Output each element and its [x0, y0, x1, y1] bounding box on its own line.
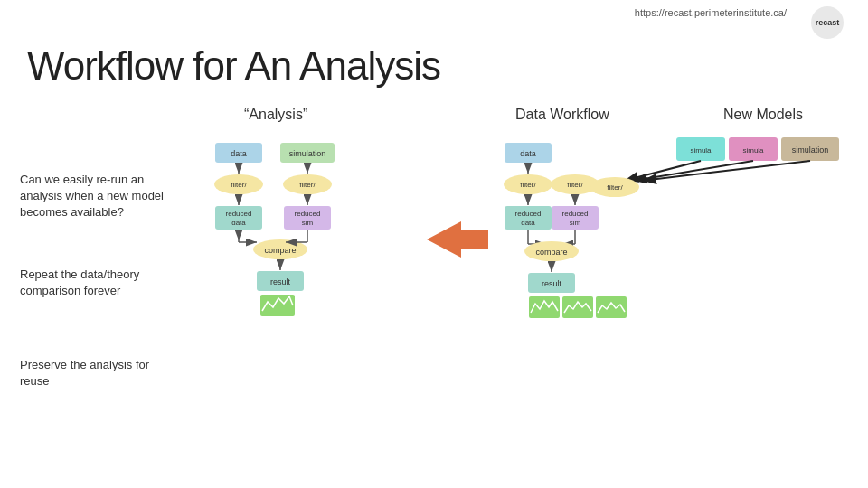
svg-text:sim: sim — [570, 219, 581, 227]
svg-point-52 — [524, 241, 579, 261]
svg-rect-55 — [528, 273, 575, 293]
svg-point-13 — [253, 239, 307, 259]
svg-text:simula: simula — [742, 146, 764, 155]
svg-point-6 — [214, 174, 263, 194]
svg-text:simulation: simulation — [792, 145, 829, 155]
svg-rect-58 — [562, 296, 593, 318]
svg-line-66 — [624, 161, 701, 181]
url-text: https://recast.perimeterinstitute.ca/ — [635, 7, 787, 18]
svg-point-69 — [590, 177, 639, 197]
svg-text:compare: compare — [535, 248, 567, 257]
bullet-2: Repeat the data/theory comparison foreve… — [20, 267, 174, 299]
svg-text:filter/: filter/ — [520, 181, 536, 189]
logo-area: recast — [792, 4, 863, 42]
svg-rect-64 — [781, 137, 839, 161]
svg-rect-25 — [284, 206, 331, 230]
svg-rect-16 — [257, 271, 304, 291]
svg-text:data: data — [231, 219, 246, 227]
svg-rect-57 — [529, 296, 560, 318]
svg-text:compare: compare — [264, 246, 296, 255]
bullet-3: Preserve the analysis for reuse — [20, 357, 174, 389]
svg-rect-9 — [215, 206, 262, 230]
page-title: Workflow for An Analysis — [27, 43, 440, 89]
svg-rect-33 — [505, 143, 552, 163]
svg-text:reduced: reduced — [295, 210, 321, 218]
svg-rect-60 — [676, 137, 725, 161]
svg-rect-39 — [505, 206, 552, 230]
svg-point-44 — [551, 174, 599, 194]
svg-text:data: data — [231, 149, 247, 158]
col-header-new: New Models — [723, 107, 803, 123]
svg-text:filter/: filter/ — [231, 181, 247, 189]
svg-point-36 — [504, 174, 552, 194]
svg-text:filter/: filter/ — [299, 181, 316, 189]
svg-text:data: data — [520, 149, 536, 158]
svg-point-22 — [283, 174, 332, 194]
svg-text:reduced: reduced — [515, 210, 542, 218]
svg-text:sim: sim — [302, 219, 314, 227]
svg-text:filter/: filter/ — [567, 181, 583, 189]
svg-text:simula: simula — [690, 146, 712, 155]
svg-line-67 — [633, 161, 753, 181]
svg-rect-18 — [260, 295, 295, 316]
svg-text:reduced: reduced — [226, 210, 252, 218]
svg-text:result: result — [270, 277, 291, 286]
svg-rect-3 — [215, 143, 262, 163]
svg-text:result: result — [542, 279, 562, 288]
svg-rect-62 — [729, 137, 778, 161]
svg-text:filter/: filter/ — [607, 183, 623, 192]
bullet-1: Can we easily re-run an analysis when a … — [20, 172, 174, 221]
svg-text:reduced: reduced — [562, 210, 589, 218]
svg-line-68 — [642, 161, 810, 181]
svg-rect-59 — [596, 296, 627, 318]
logo: recast — [811, 6, 844, 39]
col-header-analysis: “Analysis” — [244, 107, 307, 123]
svg-text:simulation: simulation — [289, 149, 326, 158]
svg-marker-32 — [427, 221, 488, 258]
col-header-data: Data Workflow — [515, 107, 609, 123]
svg-text:data: data — [521, 219, 535, 227]
svg-rect-19 — [280, 143, 335, 163]
svg-rect-47 — [552, 206, 599, 230]
